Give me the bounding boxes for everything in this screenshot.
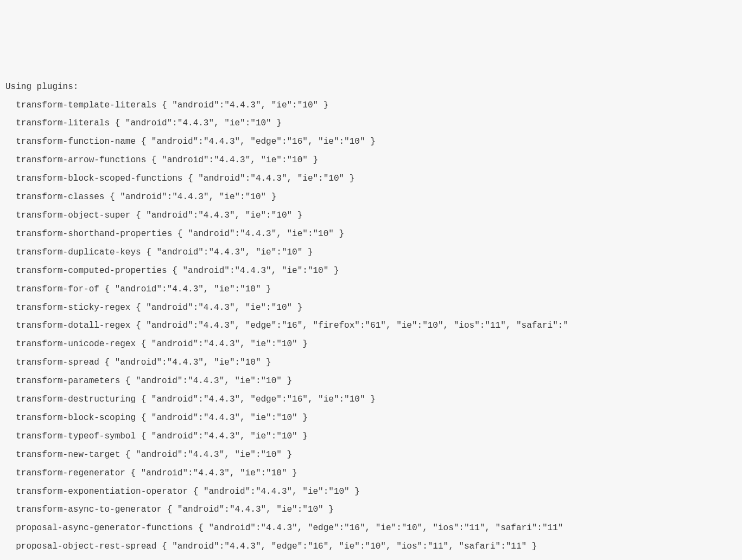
plugin-targets: { "android":"4.4.3", "ie":"10" } (125, 450, 292, 460)
plugin-line: transform-arrow-functions { "android":"4… (5, 151, 737, 170)
plugin-targets: { "android":"4.4.3", "ie":"10" } (130, 468, 297, 478)
plugin-targets: { "android":"4.4.3", "ie":"10" } (172, 266, 339, 276)
plugin-targets: { "android":"4.4.3", "ie":"10" } (136, 211, 302, 220)
plugin-name: transform-literals (16, 118, 110, 128)
plugin-targets: { "android":"4.4.3", "edge":"16", "ie":"… (162, 542, 537, 551)
plugin-targets: { "android":"4.4.3", "ie":"10" } (115, 118, 282, 128)
plugin-targets: { "android":"4.4.3", "ie":"10" } (193, 487, 360, 497)
plugin-line: transform-spread { "android":"4.4.3", "i… (5, 354, 737, 372)
plugin-name: transform-parameters (16, 376, 120, 386)
plugin-name: transform-spread (16, 358, 99, 367)
plugin-line: transform-sticky-regex { "android":"4.4.… (5, 299, 737, 317)
plugin-name: transform-computed-properties (16, 266, 167, 276)
plugin-line: transform-block-scoped-functions { "andr… (5, 170, 737, 188)
plugin-line: transform-object-super { "android":"4.4.… (5, 207, 737, 225)
plugin-line: transform-shorthand-properties { "androi… (5, 225, 737, 244)
plugin-line: transform-typeof-symbol { "android":"4.4… (5, 428, 737, 446)
plugin-line: transform-for-of { "android":"4.4.3", "i… (5, 281, 737, 299)
output-header: Using plugins: (5, 78, 737, 97)
plugin-name: transform-function-name (16, 137, 136, 147)
plugin-name: transform-block-scoping (16, 413, 136, 423)
plugin-targets: { "android":"4.4.3", "edge":"16", "ie":"… (141, 137, 376, 147)
plugin-line: transform-new-target { "android":"4.4.3"… (5, 446, 737, 464)
plugin-targets: { "android":"4.4.3", "ie":"10" } (167, 505, 334, 514)
plugin-line: proposal-object-rest-spread { "android":… (5, 538, 737, 556)
plugin-line: transform-parameters { "android":"4.4.3"… (5, 372, 737, 391)
plugin-name: transform-exponentiation-operator (16, 487, 188, 497)
plugin-targets: { "android":"4.4.3", "ie":"10" } (188, 174, 354, 183)
plugin-name: transform-regenerator (16, 468, 125, 478)
plugin-line: transform-dotall-regex { "android":"4.4.… (5, 317, 737, 335)
plugin-targets: { "android":"4.4.3", "ie":"10" } (125, 376, 292, 386)
plugin-targets: { "android":"4.4.3", "ie":"10" } (104, 358, 271, 367)
plugin-targets: { "android":"4.4.3", "ie":"10" } (110, 192, 276, 202)
plugin-line: transform-async-to-generator { "android"… (5, 501, 737, 519)
plugin-line: transform-literals { "android":"4.4.3", … (5, 114, 737, 133)
plugin-line: transform-duplicate-keys { "android":"4.… (5, 244, 737, 262)
plugin-line: transform-destructuring { "android":"4.4… (5, 391, 737, 409)
plugin-line: proposal-unicode-property-regex { "andro… (5, 556, 737, 560)
plugin-name: transform-shorthand-properties (16, 229, 172, 239)
plugin-name: transform-block-scoped-functions (16, 174, 182, 183)
plugin-targets: { "android":"4.4.3", "edge":"16", "firef… (136, 321, 568, 330)
plugin-name: transform-classes (16, 192, 104, 202)
plugin-name: transform-arrow-functions (16, 155, 146, 165)
plugin-line: transform-exponentiation-operator { "and… (5, 483, 737, 501)
plugin-name: transform-dotall-regex (16, 321, 130, 330)
plugin-name: proposal-async-generator-functions (16, 523, 193, 533)
plugin-name: transform-typeof-symbol (16, 431, 136, 441)
plugin-targets: { "android":"4.4.3", "edge":"16", "ie":"… (198, 523, 563, 533)
plugin-targets: { "android":"4.4.3", "ie":"10" } (162, 100, 328, 110)
plugin-targets: { "android":"4.4.3", "ie":"10" } (104, 284, 271, 294)
plugin-name: transform-destructuring (16, 394, 136, 404)
code-output: Using plugins:transform-template-literal… (5, 78, 737, 560)
plugin-line: transform-computed-properties { "android… (5, 262, 737, 281)
plugin-line: proposal-async-generator-functions { "an… (5, 519, 737, 538)
plugin-name: transform-template-literals (16, 100, 156, 110)
plugin-line: transform-regenerator { "android":"4.4.3… (5, 464, 737, 483)
plugin-line: transform-block-scoping { "android":"4.4… (5, 409, 737, 428)
plugin-name: transform-unicode-regex (16, 339, 136, 349)
plugin-line: transform-unicode-regex { "android":"4.4… (5, 335, 737, 354)
plugin-line: transform-classes { "android":"4.4.3", "… (5, 188, 737, 207)
plugin-name: transform-sticky-regex (16, 303, 130, 313)
plugin-targets: { "android":"4.4.3", "ie":"10" } (177, 229, 344, 239)
plugin-line: transform-function-name { "android":"4.4… (5, 133, 737, 151)
plugin-line: transform-template-literals { "android":… (5, 97, 737, 115)
plugin-name: transform-object-super (16, 211, 130, 220)
plugin-targets: { "android":"4.4.3", "ie":"10" } (151, 155, 318, 165)
plugin-name: proposal-object-rest-spread (16, 542, 156, 551)
plugin-targets: { "android":"4.4.3", "ie":"10" } (141, 339, 308, 349)
plugin-targets: { "android":"4.4.3", "ie":"10" } (141, 431, 308, 441)
plugin-name: transform-duplicate-keys (16, 247, 141, 257)
plugin-targets: { "android":"4.4.3", "edge":"16", "ie":"… (141, 394, 376, 404)
plugin-targets: { "android":"4.4.3", "ie":"10" } (136, 303, 302, 313)
plugin-name: transform-for-of (16, 284, 99, 294)
plugin-targets: { "android":"4.4.3", "ie":"10" } (146, 247, 313, 257)
plugin-targets: { "android":"4.4.3", "ie":"10" } (141, 413, 308, 423)
plugin-name: transform-async-to-generator (16, 505, 162, 514)
plugin-name: transform-new-target (16, 450, 120, 460)
